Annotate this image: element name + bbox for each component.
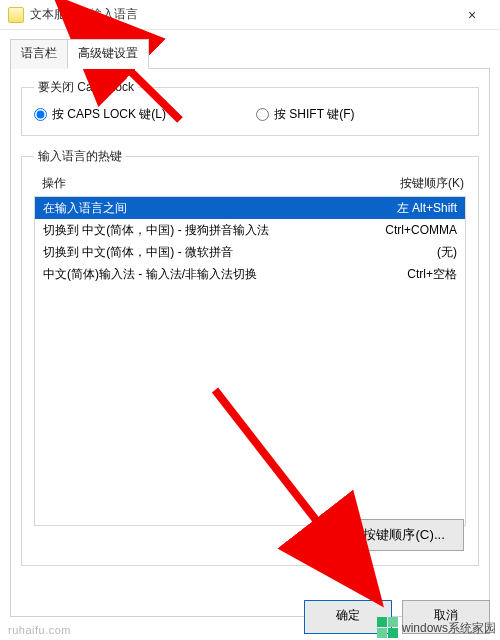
row-action: 中文(简体)输入法 - 输入法/非输入法切换	[43, 265, 257, 283]
watermark: ruhaifu.com	[8, 624, 71, 636]
tab-advanced-key-settings[interactable]: 高级键设置	[67, 39, 149, 69]
brand-text: windows系统家园	[402, 622, 496, 634]
table-row[interactable]: 在输入语言之间左 Alt+Shift	[35, 197, 465, 219]
tab-language-bar[interactable]: 语言栏	[10, 39, 68, 69]
radio-capslock-input[interactable]	[34, 108, 47, 121]
col-action: 操作	[42, 175, 66, 192]
radio-capslock[interactable]: 按 CAPS LOCK 键(L)	[34, 106, 166, 123]
radio-shift-label: 按 SHIFT 键(F)	[274, 106, 354, 123]
col-key: 按键顺序(K)	[400, 175, 464, 192]
window-title: 文本服务和输入语言	[30, 6, 452, 23]
table-row[interactable]: 切换到 中文(简体，中国) - 微软拼音(无)	[35, 241, 465, 263]
hotkeys-list[interactable]: 在输入语言之间左 Alt+Shift切换到 中文(简体，中国) - 搜狗拼音输入…	[34, 196, 466, 526]
brand-badge: windows系统家园	[377, 617, 496, 638]
dialog-body: 语言栏 高级键设置 要关闭 Caps Lock 按 CAPS LOCK 键(L)…	[0, 30, 500, 627]
row-action: 切换到 中文(简体，中国) - 搜狗拼音输入法	[43, 221, 269, 239]
capslock-group-legend: 要关闭 Caps Lock	[34, 79, 138, 96]
table-row[interactable]: 中文(简体)输入法 - 输入法/非输入法切换Ctrl+空格	[35, 263, 465, 285]
row-action: 切换到 中文(简体，中国) - 微软拼音	[43, 243, 233, 261]
hotkeys-table-header: 操作 按键顺序(K)	[34, 175, 466, 196]
row-key: Ctrl+COMMA	[385, 221, 457, 239]
radio-capslock-label: 按 CAPS LOCK 键(L)	[52, 106, 166, 123]
change-key-sequence-button[interactable]: 更改按键顺序(C)...	[318, 519, 464, 551]
radio-shift-input[interactable]	[256, 108, 269, 121]
row-action: 在输入语言之间	[43, 199, 127, 217]
titlebar: 文本服务和输入语言 ×	[0, 0, 500, 30]
row-key: 左 Alt+Shift	[397, 199, 457, 217]
brand-logo-icon	[377, 617, 398, 638]
table-row[interactable]: 切换到 中文(简体，中国) - 搜狗拼音输入法Ctrl+COMMA	[35, 219, 465, 241]
tab-panel: 要关闭 Caps Lock 按 CAPS LOCK 键(L) 按 SHIFT 键…	[10, 69, 490, 617]
hotkeys-group: 输入语言的热键 操作 按键顺序(K) 在输入语言之间左 Alt+Shift切换到…	[21, 148, 479, 566]
tab-strip: 语言栏 高级键设置	[10, 38, 490, 69]
row-key: Ctrl+空格	[407, 265, 457, 283]
row-key: (无)	[437, 243, 457, 261]
hotkeys-group-legend: 输入语言的热键	[34, 148, 126, 165]
radio-shift[interactable]: 按 SHIFT 键(F)	[256, 106, 354, 123]
capslock-group: 要关闭 Caps Lock 按 CAPS LOCK 键(L) 按 SHIFT 键…	[21, 79, 479, 136]
close-button[interactable]: ×	[452, 1, 492, 29]
app-icon	[8, 7, 24, 23]
